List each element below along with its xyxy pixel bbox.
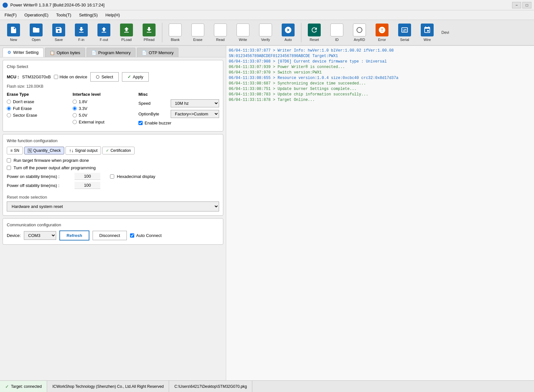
- status-bar: ✓ Target: connected ICWorkShop Technolog…: [0, 380, 534, 392]
- log-entry-3: 06/04-11:33:07:939 > Power Writer® is co…: [229, 65, 531, 69]
- hide-on-device-label: Hide on device: [59, 74, 87, 79]
- toolbar-sep-1: [162, 23, 162, 42]
- tab-otp-memory[interactable]: 📄 OTP Memory: [137, 48, 178, 57]
- write-function-title: Write function configuration: [7, 138, 219, 143]
- optionbyte-label: OptionByte: [138, 112, 167, 116]
- 1.8v-radio[interactable]: [73, 100, 77, 104]
- menu-tools[interactable]: Tools(T): [53, 11, 75, 19]
- wf-tab-cert[interactable]: ✓ Certification: [102, 147, 134, 154]
- fin-button[interactable]: F-in: [70, 22, 92, 44]
- fout-button[interactable]: F-out: [93, 22, 115, 44]
- menu-setting[interactable]: Setting(S): [76, 11, 101, 19]
- pread-label: PRead: [144, 38, 155, 42]
- status-connected-label: Target: connected: [11, 384, 42, 389]
- tab-program-memory[interactable]: 📄 Program Memory: [86, 48, 136, 57]
- open-icon: [30, 24, 43, 36]
- wf-tab-sn[interactable]: ≡ SN: [7, 147, 23, 154]
- blank-button[interactable]: Blank: [164, 22, 186, 44]
- turn-off-power-checkbox[interactable]: [7, 166, 11, 170]
- tab-option-bytes[interactable]: 📋 Option bytes: [45, 48, 85, 57]
- refresh-button[interactable]: Refresh: [59, 230, 89, 240]
- wire-icon: [421, 24, 434, 36]
- log-time-2: 06/04-11:33:07:908: [229, 59, 271, 64]
- anyrd-button[interactable]: AnyRD: [348, 22, 370, 44]
- fin-label: F-in: [78, 38, 85, 42]
- anyrd-label: AnyRD: [354, 38, 365, 42]
- save-button[interactable]: Save: [48, 22, 70, 44]
- dont-erase-radio[interactable]: [7, 100, 11, 104]
- tab-writer-setting[interactable]: ⚙ Writer Setting: [3, 48, 44, 57]
- auto-button[interactable]: Auto: [277, 22, 299, 44]
- hex-display-checkbox[interactable]: [110, 174, 114, 179]
- erase-button[interactable]: Erase: [187, 22, 209, 44]
- maximize-button[interactable]: □: [522, 2, 531, 8]
- apply-button[interactable]: ✓ Apply: [122, 72, 149, 82]
- verify-button[interactable]: Verify: [255, 22, 277, 44]
- radio-external: External input: [73, 120, 133, 124]
- anyrd-icon: [353, 24, 366, 36]
- pread-button[interactable]: PRead: [138, 22, 160, 44]
- radio-5.0v: 5.0V: [73, 113, 133, 118]
- external-radio[interactable]: [73, 120, 77, 124]
- auto-connect-checkbox[interactable]: [130, 233, 134, 238]
- wf-tab-quantity[interactable]: N Quantity_Check: [24, 147, 65, 154]
- time-rows: Power on stability time(ms) : Power off …: [7, 173, 219, 191]
- id-icon: [330, 24, 343, 36]
- disconnect-button[interactable]: Disconnect: [93, 231, 127, 240]
- log-time-3: 06/04-11:33:07:939: [229, 65, 271, 69]
- erase-type-title: Erase Type: [7, 92, 67, 97]
- 5.0v-radio[interactable]: [73, 113, 77, 117]
- reset-section: Reset mode selection Hardware and system…: [7, 195, 219, 211]
- log-text-5: > Resource version:1.0.4 size:0xcbc40 cr…: [273, 76, 398, 80]
- filepath-text: C:\Users\64217\Desktop\STM32G070.pkg: [174, 384, 247, 389]
- wire-button[interactable]: Wire: [416, 22, 438, 44]
- run-firmware-checkbox[interactable]: [7, 158, 11, 162]
- auto-connect-row: Auto Connect: [130, 233, 162, 238]
- log-panel: 06/04-11:33:07:877 > Writer Info: hwVer:…: [226, 46, 534, 380]
- reset-button[interactable]: Reset: [303, 22, 325, 44]
- optionbyte-select[interactable]: Factory=>Custom: [171, 110, 219, 118]
- log-text-2: > [07D6] Current device firmware type : …: [273, 59, 387, 64]
- write-func-tabs: ≡ SN N Quantity_Check ↑↓ Signal output ✓…: [7, 146, 219, 155]
- open-label: Open: [32, 38, 41, 42]
- 3.3v-radio[interactable]: [73, 106, 77, 111]
- wf-tab-signal[interactable]: ↑↓ Signal output: [65, 146, 101, 155]
- error-button[interactable]: Error: [371, 22, 393, 44]
- power-on-label: Power on stability time(ms) :: [7, 174, 71, 179]
- power-off-input[interactable]: [75, 182, 100, 189]
- sector-erase-radio[interactable]: [7, 113, 11, 117]
- menu-operation[interactable]: Operation(E): [21, 11, 52, 19]
- menu-help[interactable]: Help(H): [102, 11, 123, 19]
- full-erase-radio[interactable]: [7, 106, 11, 111]
- device-select[interactable]: COM3: [24, 231, 56, 240]
- erase-label: Erase: [193, 38, 203, 42]
- log-entry-6: 06/04-11:33:08:687 > Synchronizing devic…: [229, 81, 531, 86]
- menu-file[interactable]: File(F): [1, 11, 20, 19]
- minimize-button[interactable]: −: [512, 2, 521, 8]
- blank-label: Blank: [171, 38, 180, 42]
- reset-mode-select[interactable]: Hardware and system reset: [7, 201, 219, 211]
- new-button[interactable]: New: [3, 22, 25, 44]
- dont-erase-label: Don't erase: [13, 99, 34, 104]
- read-button[interactable]: Read: [209, 22, 231, 44]
- log-entry-5: 06/04-11:33:08:655 > Resource version:1.…: [229, 76, 531, 80]
- hide-on-device-checkbox[interactable]: [54, 75, 58, 79]
- log-entry-2: 06/04-11:33:07:908 > [07D6] Current devi…: [229, 59, 531, 64]
- write-icon: [237, 24, 249, 36]
- log-time-5: 06/04-11:33:08:655: [229, 76, 271, 80]
- open-button[interactable]: Open: [25, 22, 47, 44]
- pload-button[interactable]: PLoad: [116, 22, 137, 44]
- fout-icon: [97, 24, 110, 36]
- buzzer-checkbox[interactable]: [138, 121, 143, 125]
- pload-label: PLoad: [121, 38, 132, 42]
- write-button[interactable]: Write: [232, 22, 254, 44]
- apply-check-icon: ✓: [127, 74, 131, 79]
- speed-select[interactable]: 10M hz: [171, 99, 219, 107]
- serial-button[interactable]: Serial: [394, 22, 416, 44]
- blank-icon: [169, 24, 182, 36]
- select-button[interactable]: ⬡ Select: [90, 72, 118, 82]
- id-button[interactable]: ID: [326, 22, 348, 44]
- reset-icon: [308, 24, 321, 36]
- chip-select-title: Chip Select: [7, 64, 219, 69]
- power-on-input[interactable]: [75, 173, 100, 180]
